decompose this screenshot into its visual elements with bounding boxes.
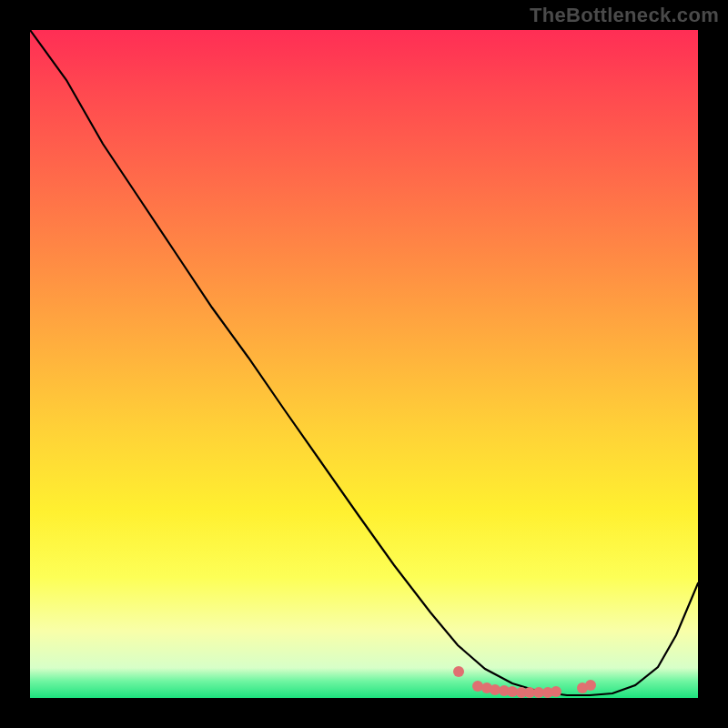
chart-svg [30, 30, 698, 698]
highlight-dot [472, 681, 483, 692]
highlight-dot [585, 680, 596, 691]
bottleneck-curve [30, 30, 698, 695]
highlight-dot [453, 666, 464, 677]
highlight-dots [453, 666, 596, 698]
watermark-text: TheBottleneck.com [530, 4, 719, 27]
highlight-dot [551, 686, 561, 697]
plot-area [30, 30, 698, 698]
chart-frame: TheBottleneck.com [0, 0, 728, 728]
